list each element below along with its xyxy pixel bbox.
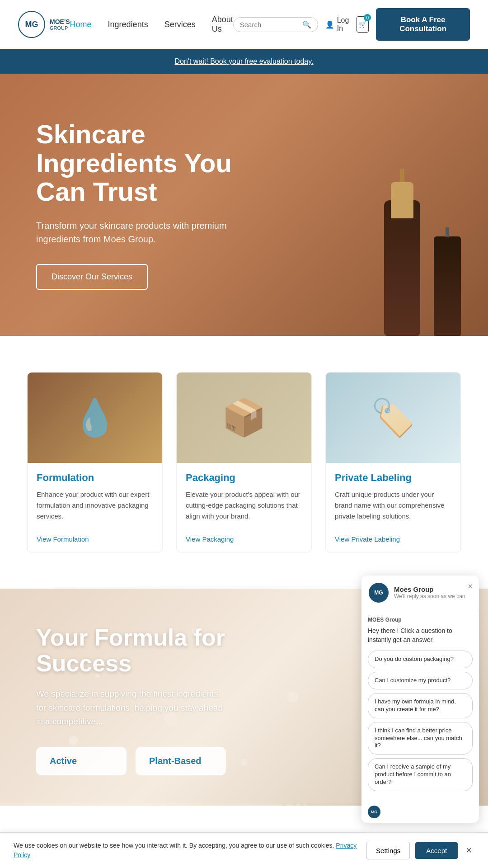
service-title-formulation: Formulation <box>37 472 153 484</box>
service-title-packaging: Packaging <box>186 472 302 484</box>
discover-services-button[interactable]: Discover Our Services <box>36 264 148 290</box>
chat-avatar: MG <box>369 583 389 603</box>
hero-decoration <box>384 200 461 336</box>
service-image-formulation <box>28 373 162 463</box>
hero-content: Skincare Ingredients You Can Trust Trans… <box>0 93 280 317</box>
chat-footer: MG <box>361 801 479 806</box>
chat-option-4[interactable]: Can I receive a sample of my product bef… <box>368 758 473 791</box>
service-body-labeling: Private Labeling Craft unique products u… <box>326 463 460 535</box>
nav-links: Home Ingredients Services About Us <box>70 15 233 34</box>
chat-status: We'll reply as soon as we can <box>394 593 472 599</box>
book-consultation-button[interactable]: Book A Free Consultation <box>376 8 470 41</box>
chat-from: MOES Group <box>368 617 473 623</box>
service-card-formulation: Formulation Enhance your product with ou… <box>27 372 163 552</box>
service-image-packaging <box>177 373 311 463</box>
login-button[interactable]: 👤 Log In <box>325 16 349 33</box>
chat-widget: MG Moes Group We'll reply as soon as we … <box>361 576 479 806</box>
service-card-packaging: Packaging Elevate your product's appeal … <box>176 372 312 552</box>
navbar: MG MOE'S GROUP Home Ingredients Services… <box>0 0 488 49</box>
service-desc-formulation: Enhance your product with our expert for… <box>37 489 153 522</box>
user-icon: 👤 <box>325 20 334 29</box>
services-grid: Formulation Enhance your product with ou… <box>27 372 461 552</box>
book-link[interactable]: Book <box>210 57 226 65</box>
chat-message: Hey there ! Click a question to instantl… <box>368 627 473 644</box>
chat-header-info: Moes Group We'll reply as soon as we can <box>394 585 472 599</box>
chat-close-button[interactable]: × <box>468 582 473 591</box>
formula-cards: Active Plant-Based <box>36 747 226 775</box>
service-body-packaging: Packaging Elevate your product's appeal … <box>177 463 311 535</box>
formula-card-plant-based[interactable]: Plant-Based <box>136 747 226 775</box>
service-image-labeling <box>326 373 460 463</box>
logo-icon: MG <box>18 11 45 38</box>
cart-badge: 0 <box>364 14 371 21</box>
chat-body: MOES Group Hey there ! Click a question … <box>361 610 479 801</box>
hero-subtitle: Transform your skincare products with pr… <box>36 219 244 246</box>
service-body-formulation: Formulation Enhance your product with ou… <box>28 463 162 535</box>
chat-option-3[interactable]: I think I can find a better price somewh… <box>368 722 473 755</box>
chat-header: MG Moes Group We'll reply as soon as we … <box>361 576 479 610</box>
formula-card-active[interactable]: Active <box>36 747 127 775</box>
service-link-formulation[interactable]: View Formulation <box>28 535 162 543</box>
chat-name: Moes Group <box>394 585 472 593</box>
services-section: Formulation Enhance your product with ou… <box>0 336 488 589</box>
nav-services[interactable]: Services <box>164 20 196 29</box>
chat-option-1[interactable]: Can I customize my product? <box>368 672 473 689</box>
nav-home[interactable]: Home <box>70 20 92 29</box>
service-link-labeling[interactable]: View Private Labeling <box>326 535 460 543</box>
nav-about[interactable]: About Us <box>212 15 233 33</box>
search-input[interactable] <box>240 21 299 28</box>
search-icon: 🔍 <box>302 20 311 29</box>
hero-section: Skincare Ingredients You Can Trust Trans… <box>0 74 488 336</box>
logo[interactable]: MG MOE'S GROUP <box>18 11 70 38</box>
service-title-labeling: Private Labeling <box>335 472 451 484</box>
search-box[interactable]: 🔍 <box>233 17 318 32</box>
service-desc-packaging: Elevate your product's appeal with our c… <box>186 489 302 522</box>
cart-icon: 🛒 <box>359 21 366 28</box>
formula-content: Your Formula for Success We specialize i… <box>0 589 262 806</box>
bottle-decoration-1 <box>384 200 420 336</box>
nav-right: 🔍 👤 Log In 🛒 0 Book A Free Consultation <box>233 8 470 41</box>
service-card-labeling: Private Labeling Craft unique products u… <box>325 372 461 552</box>
chat-option-0[interactable]: Do you do custom packaging? <box>368 651 473 668</box>
service-desc-labeling: Craft unique products under your brand n… <box>335 489 451 522</box>
nav-ingredients[interactable]: Ingredients <box>108 20 148 29</box>
bottle-decoration-2 <box>434 236 461 336</box>
announcement-bar: Don't wait! Book your free evaluation to… <box>0 49 488 74</box>
logo-text: MOE'S GROUP <box>50 18 70 31</box>
chat-option-2[interactable]: I have my own formula in mind, can you c… <box>368 693 473 718</box>
cart-button[interactable]: 🛒 0 <box>357 16 369 33</box>
formula-title: Your Formula for Success <box>36 625 226 676</box>
hero-title: Skincare Ingredients You Can Trust <box>36 120 244 206</box>
service-link-packaging[interactable]: View Packaging <box>177 535 311 543</box>
formula-subtitle: We specialize in supplying the finest in… <box>36 687 226 728</box>
